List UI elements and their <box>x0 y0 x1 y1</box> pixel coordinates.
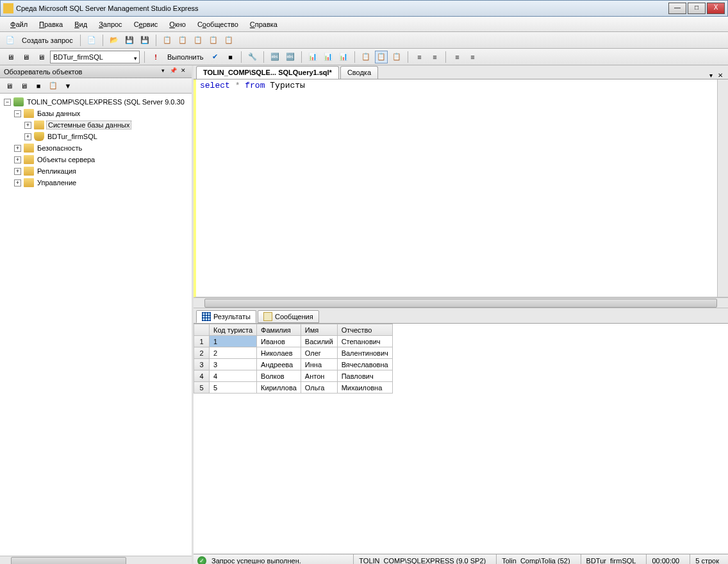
oe-connect-icon[interactable]: 🖥 <box>3 79 15 92</box>
col-header-id[interactable]: Код туриста <box>210 324 257 336</box>
expand-icon[interactable]: + <box>14 145 21 152</box>
tab-results[interactable]: Результаты <box>196 310 256 323</box>
cell-id[interactable]: 3 <box>210 359 257 370</box>
col-header-lastname[interactable]: Фамилия <box>257 324 301 336</box>
new-query-icon[interactable]: 📄 <box>4 34 17 47</box>
expand-icon[interactable]: − <box>14 110 21 117</box>
tree-userdb-node[interactable]: + BDTur_firmSQL <box>0 131 192 142</box>
panel-dropdown-icon[interactable]: ▾ <box>158 67 167 76</box>
execute-exclaim-icon[interactable]: ! <box>149 51 162 63</box>
object-explorer-tree[interactable]: − TOLIN_COMP\SQLEXPRESS (SQL Server 9.0.… <box>0 94 192 556</box>
cancel-exec-icon[interactable]: ■ <box>224 51 236 63</box>
cell-firstname[interactable]: Василий <box>301 336 337 347</box>
expand-icon[interactable]: + <box>24 122 31 129</box>
change-conn-icon[interactable]: 🖥 <box>35 51 47 63</box>
tool-d-icon[interactable]: 📊 <box>322 51 335 63</box>
cell-firstname[interactable]: Олег <box>301 347 337 359</box>
execute-button[interactable]: Выполнить <box>165 52 206 62</box>
tree-replication-node[interactable]: + Репликация <box>0 165 192 177</box>
cell-firstname[interactable]: Ольга <box>301 382 337 394</box>
uncomment-icon[interactable]: ≡ <box>466 51 479 63</box>
sidebar-hscrollbar[interactable] <box>0 556 192 564</box>
oe-filter-icon[interactable]: ▼ <box>62 79 74 92</box>
tree-security-node[interactable]: + Безопасность <box>0 142 192 154</box>
tab-query-file[interactable]: TOLIN_COMP\SQLE... SQLQuery1.sql* <box>196 66 339 79</box>
col-header-firstname[interactable]: Имя <box>301 324 337 336</box>
cell-id[interactable]: 5 <box>210 382 257 394</box>
cell-patronymic[interactable]: Валентинович <box>337 347 392 359</box>
cell-id[interactable]: 1 <box>210 336 257 347</box>
cell-id[interactable]: 2 <box>210 347 257 359</box>
cell-lastname[interactable]: Андреева <box>257 359 301 370</box>
editor-vscrollbar[interactable] <box>717 79 728 297</box>
cell-lastname[interactable]: Кириллова <box>257 382 301 394</box>
cell-patronymic[interactable]: Вячеславовна <box>337 359 392 370</box>
maximize-button[interactable]: □ <box>688 3 706 14</box>
menu-query[interactable]: Запрос <box>94 19 127 30</box>
results-grid-area[interactable]: Код туриста Фамилия Имя Отчество 11Ивано… <box>194 324 728 554</box>
row-number[interactable]: 4 <box>194 370 210 382</box>
oe-stop-icon[interactable]: ■ <box>32 79 45 92</box>
tab-close-icon[interactable]: ✕ <box>715 72 725 79</box>
cell-firstname[interactable]: Инна <box>301 359 337 370</box>
tab-messages[interactable]: Сообщения <box>258 310 319 323</box>
cell-lastname[interactable]: Иванов <box>257 336 301 347</box>
cell-lastname[interactable]: Волков <box>257 370 301 382</box>
indent-icon[interactable]: ≡ <box>413 51 426 63</box>
expand-icon[interactable]: + <box>14 168 21 175</box>
tool-h-icon[interactable]: 📋 <box>390 51 403 63</box>
row-number[interactable]: 2 <box>194 347 210 359</box>
tool-icon-2[interactable]: 📋 <box>176 34 189 47</box>
results-grid[interactable]: Код туриста Фамилия Имя Отчество 11Ивано… <box>194 324 393 394</box>
tool-b-icon[interactable]: 🔤 <box>284 51 297 63</box>
tree-management-node[interactable]: + Управление <box>0 177 192 188</box>
tab-dropdown-icon[interactable]: ▾ <box>707 72 715 79</box>
cell-firstname[interactable]: Антон <box>301 370 337 382</box>
table-row[interactable]: 33АндрееваИннаВячеславовна <box>194 359 393 370</box>
menu-service[interactable]: Сервис <box>129 19 163 30</box>
oe-disconnect-icon[interactable]: 🖥 <box>17 79 30 92</box>
cell-id[interactable]: 4 <box>210 370 257 382</box>
save-icon[interactable]: 💾 <box>123 34 136 47</box>
cell-lastname[interactable]: Николаев <box>257 347 301 359</box>
save-all-icon[interactable]: 💾 <box>138 34 151 47</box>
tree-sysdb-node[interactable]: + Системные базы данных <box>0 119 192 131</box>
connect-icon[interactable]: 🖥 <box>4 51 17 63</box>
menu-edit[interactable]: Правка <box>34 19 68 30</box>
table-row[interactable]: 44ВолковАнтонПавлович <box>194 370 393 382</box>
minimize-button[interactable]: — <box>668 3 686 14</box>
menu-community[interactable]: Сообщество <box>192 19 244 30</box>
debug-icon[interactable]: 🔧 <box>246 51 259 63</box>
open-icon[interactable]: 📂 <box>108 34 120 47</box>
table-row[interactable]: 55КирилловаОльгаМихаиловна <box>194 382 393 394</box>
menu-file[interactable]: Файл <box>5 19 33 30</box>
sql-editor[interactable]: select * from Туристы <box>194 79 728 297</box>
tool-g-icon[interactable]: 📋 <box>375 51 388 63</box>
parse-icon[interactable]: ✔ <box>208 51 221 63</box>
tool-c-icon[interactable]: 📊 <box>306 51 319 63</box>
table-row[interactable]: 22НиколаевОлегВалентинович <box>194 347 393 359</box>
new-query-button[interactable]: Создать запрос <box>19 35 76 46</box>
row-number[interactable]: 3 <box>194 359 210 370</box>
expand-icon[interactable]: + <box>14 156 21 163</box>
expand-icon[interactable]: + <box>14 179 21 187</box>
menu-view[interactable]: Вид <box>69 19 92 30</box>
editor-hscrollbar[interactable] <box>194 297 728 308</box>
panel-close-icon[interactable]: ✕ <box>179 67 188 76</box>
tool-icon-4[interactable]: 📋 <box>207 34 220 47</box>
table-row[interactable]: 11ИвановВасилийСтепанович <box>194 336 393 347</box>
cell-patronymic[interactable]: Степанович <box>337 336 392 347</box>
tree-server-node[interactable]: − TOLIN_COMP\SQLEXPRESS (SQL Server 9.0.… <box>0 96 192 108</box>
row-number[interactable]: 5 <box>194 382 210 394</box>
expand-icon[interactable]: + <box>24 133 31 140</box>
comment-icon[interactable]: ≡ <box>451 51 463 63</box>
outdent-icon[interactable]: ≡ <box>428 51 441 63</box>
row-number[interactable]: 1 <box>194 336 210 347</box>
grid-corner[interactable] <box>194 324 210 336</box>
tool-icon-1[interactable]: 📋 <box>161 34 174 47</box>
tree-databases-node[interactable]: − Базы данных <box>0 108 192 119</box>
tree-serverobj-node[interactable]: + Объекты сервера <box>0 154 192 165</box>
col-header-patronymic[interactable]: Отчество <box>337 324 392 336</box>
menu-window[interactable]: Окно <box>164 19 191 30</box>
tab-summary[interactable]: Сводка <box>340 66 378 79</box>
